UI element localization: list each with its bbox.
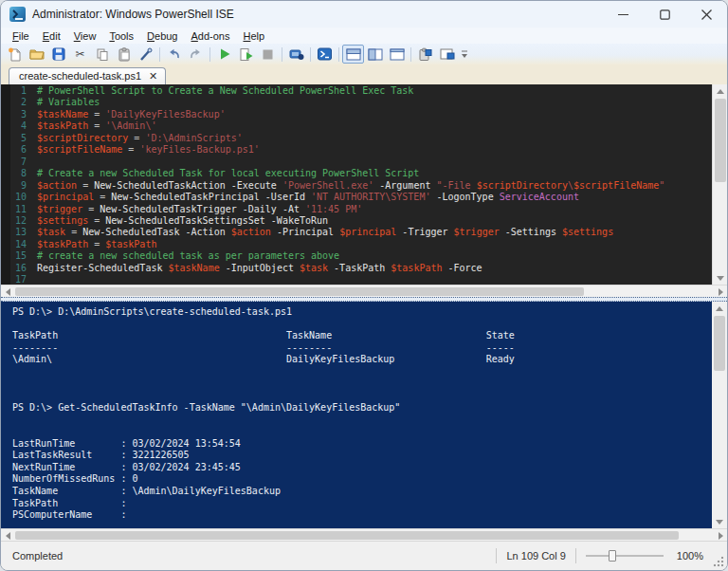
start-powershell-icon[interactable] <box>314 45 336 64</box>
cut-icon[interactable]: ✂ <box>69 45 91 64</box>
status-bar-right: Ln 109 Col 9 100% <box>486 542 727 570</box>
code-line: 5$scriptDirectory = 'D:\AdminScripts' <box>10 133 712 144</box>
code-line: 4$taskPath = '\Admin\' <box>10 120 712 132</box>
code-line: 2# Variables <box>10 97 712 108</box>
show-script-pane-maximized-icon[interactable] <box>386 45 408 64</box>
code-line: 15# create a new scheduled task as per p… <box>10 250 712 262</box>
cursor-position: Ln 109 Col 9 <box>506 550 565 562</box>
code-line: 6$scriptFileName = 'keyFiles-Backup.ps1' <box>10 144 712 156</box>
toolbar-separator <box>410 47 411 62</box>
line-number: 8 <box>10 168 37 179</box>
title-bar: Administrator: Windows PowerShell ISE <box>1 1 727 28</box>
menu-file[interactable]: File <box>6 29 36 43</box>
run-selection-icon[interactable] <box>235 45 257 64</box>
toolbar-overflow-icon[interactable] <box>458 45 471 64</box>
line-number: 7 <box>10 157 37 168</box>
window-title: Administrator: Windows PowerShell ISE <box>32 8 234 21</box>
menu-help[interactable]: Help <box>236 29 271 43</box>
menu-tools[interactable]: Tools <box>102 29 140 43</box>
powershell-ise-app-icon <box>9 7 26 22</box>
toolbar-separator <box>282 47 282 62</box>
console-horizontal-scrollbar[interactable] <box>1 528 727 541</box>
open-script-icon[interactable] <box>26 45 47 64</box>
console-hscroll-thumb[interactable] <box>15 531 679 540</box>
editor-horizontal-scrollbar[interactable] <box>1 285 727 297</box>
code-line: 10$principal = New-ScheduledTaskPrincipa… <box>10 192 712 203</box>
tab-create-scheduled-task[interactable]: create-scheduled-task.ps1 ✕ <box>9 67 166 84</box>
stop-icon[interactable] <box>257 45 279 64</box>
menu-view[interactable]: View <box>67 29 103 43</box>
console-output[interactable]: PS D:\> D:\AdminScripts\create-scheduled… <box>1 302 712 528</box>
toolbar-separator <box>209 47 210 62</box>
scroll-left-icon[interactable] <box>1 286 14 298</box>
save-icon[interactable] <box>47 45 69 64</box>
undo-icon[interactable] <box>163 45 185 64</box>
line-number: 3 <box>10 109 37 120</box>
new-remote-powershell-tab-icon[interactable] <box>285 45 307 64</box>
tab-close-icon[interactable]: ✕ <box>149 71 157 82</box>
menu-add-ons[interactable]: Add-ons <box>185 29 237 43</box>
code-line: 17 <box>10 274 712 285</box>
toolbar: ✂ <box>1 44 727 64</box>
code-line: 1# PowerShell Script to Create a New Sch… <box>10 85 712 97</box>
line-number: 16 <box>10 263 37 274</box>
tab-label: create-scheduled-task.ps1 <box>19 70 141 82</box>
zoom-slider-thumb[interactable] <box>609 550 616 562</box>
resize-grip-icon[interactable] <box>713 556 724 567</box>
scroll-down-icon[interactable] <box>712 515 727 528</box>
menu-debug[interactable]: Debug <box>140 29 184 43</box>
menu-edit[interactable]: Edit <box>36 29 67 43</box>
tab-bar: create-scheduled-task.ps1 ✕ <box>1 64 727 84</box>
script-pane: 1# PowerShell Script to Create a New Sch… <box>1 84 727 285</box>
console-vertical-scrollbar[interactable] <box>712 302 727 528</box>
line-number: 11 <box>10 204 37 215</box>
show-script-pane-top-icon[interactable] <box>342 45 364 64</box>
script-editor[interactable]: 1# PowerShell Script to Create a New Sch… <box>10 84 712 285</box>
show-script-pane-icon[interactable] <box>436 45 458 64</box>
scroll-up-icon[interactable] <box>712 302 727 315</box>
copy-icon[interactable] <box>91 45 113 64</box>
code-line: 12$settings = New-ScheduledTaskSettingsS… <box>10 215 712 227</box>
line-number: 4 <box>10 120 37 132</box>
editor-vscroll-thumb[interactable] <box>715 99 726 182</box>
zoom-level: 100% <box>677 550 703 562</box>
menu-bar: FileEditViewToolsDebugAdd-onsHelp <box>1 28 727 44</box>
code-line: 11$trigger = New-ScheduledTaskTrigger -D… <box>10 204 712 215</box>
scroll-down-icon[interactable] <box>713 271 728 285</box>
run-script-icon[interactable] <box>213 45 235 64</box>
line-number: 17 <box>10 274 37 285</box>
minimize-icon[interactable] <box>602 1 644 28</box>
code-line: 3$taskName = 'DailyKeyFilesBackup' <box>10 109 712 120</box>
console-vscroll-thumb[interactable] <box>714 316 725 371</box>
status-text: Completed <box>12 550 63 562</box>
line-number: 15 <box>10 250 37 262</box>
breakpoint-margin[interactable] <box>1 84 10 285</box>
line-number: 6 <box>10 144 37 156</box>
powershell-ise-window: Administrator: Windows PowerShell ISE Fi… <box>0 0 728 571</box>
show-script-pane-right-icon[interactable] <box>364 45 386 64</box>
line-number: 5 <box>10 133 37 144</box>
line-number: 2 <box>10 97 37 108</box>
maximize-icon[interactable] <box>644 1 685 28</box>
editor-hscroll-thumb[interactable] <box>15 287 584 296</box>
scroll-up-icon[interactable] <box>713 84 728 98</box>
code-line: 16Register-ScheduledTask $taskName -Inpu… <box>10 263 712 274</box>
status-separator <box>575 548 576 563</box>
close-icon[interactable] <box>685 1 727 28</box>
code-line: 9$action = New-ScheduledTaskAction -Exec… <box>10 180 712 192</box>
show-command-window-icon[interactable] <box>414 45 436 64</box>
console-pane: PS D:\> D:\AdminScripts\create-scheduled… <box>1 302 727 528</box>
redo-icon[interactable] <box>185 45 207 64</box>
code-line: 8# Create a new Scheduled Task for local… <box>10 168 712 179</box>
scroll-right-icon[interactable] <box>714 286 727 298</box>
zoom-slider[interactable] <box>586 549 664 562</box>
editor-vertical-scrollbar[interactable] <box>712 84 727 285</box>
code-line: 7 <box>10 157 712 168</box>
zoom-slider-track[interactable] <box>586 555 664 557</box>
line-number: 13 <box>10 227 37 238</box>
new-script-icon[interactable] <box>4 45 26 64</box>
window-controls <box>602 1 727 28</box>
toolbar-separator <box>338 47 339 62</box>
clear-console-icon[interactable] <box>135 45 156 64</box>
paste-icon[interactable] <box>113 45 135 64</box>
